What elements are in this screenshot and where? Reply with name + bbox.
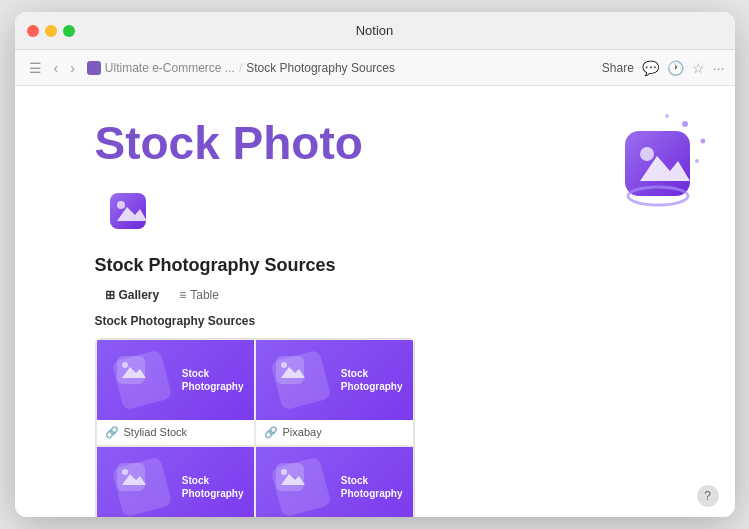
maximize-button[interactable] [63,25,75,37]
breadcrumb-page[interactable]: Stock Photography Sources [246,61,395,75]
card-2-footer: 🔗 Pixabay [256,420,413,445]
svg-point-2 [665,114,669,118]
star-icon[interactable]: ☆ [692,60,705,76]
database-title: Stock Photography Sources [95,255,675,276]
card-2-text-overlay: StockPhotography [341,367,403,393]
card-1-footer: 🔗 Styliad Stock [97,420,254,445]
help-button[interactable]: ? [697,485,719,507]
window-title: Notion [356,23,394,38]
main-content: Stock Photo Stock Photography Sourc [15,86,735,517]
card-4-title: StockPhotography [341,475,403,499]
tab-gallery[interactable]: ⊞ Gallery [95,284,170,306]
card-2-image: StockPhotography [256,340,413,420]
card-1-title: StockPhotography [182,368,244,392]
svg-point-0 [682,121,688,127]
card-1-text-overlay: StockPhotography [182,367,244,393]
share-button[interactable]: Share [602,61,634,75]
gallery-tab-icon: ⊞ [105,288,115,302]
svg-point-3 [695,159,699,163]
tab-table[interactable]: ≡ Table [169,284,229,306]
gallery-card-1[interactable]: StockPhotography 🔗 Styliad Stock [96,339,255,446]
card-2-source: Pixabay [283,426,322,438]
hero-3d-icon [595,106,705,216]
database-tabs: ⊞ Gallery ≡ Table [95,284,675,306]
card-1-source: Styliad Stock [124,426,188,438]
card-4-image: StockPhotography [256,447,413,517]
card-1-link-icon: 🔗 [105,426,119,439]
breadcrumb: Ultimate e-Commerce ... / Stock Photogra… [87,61,395,75]
comment-icon[interactable]: 💬 [642,60,659,76]
gallery-grid: StockPhotography 🔗 Styliad Stock [95,338,415,517]
close-button[interactable] [27,25,39,37]
breadcrumb-separator: / [239,61,242,75]
card-2-title: StockPhotography [341,368,403,392]
history-icon[interactable]: 🕐 [667,60,684,76]
minimize-button[interactable] [45,25,57,37]
back-icon[interactable]: ‹ [50,58,63,78]
breadcrumb-workspace[interactable]: Ultimate e-Commerce ... [105,61,235,75]
table-tab-icon: ≡ [179,288,186,302]
svg-point-10 [117,201,125,209]
card-4-text-overlay: StockPhotography [341,474,403,500]
more-icon[interactable]: ··· [713,60,725,76]
svg-point-13 [122,362,128,368]
card-3-title: StockPhotography [182,475,244,499]
forward-icon[interactable]: › [66,58,79,78]
svg-point-19 [122,469,128,475]
gallery-card-3[interactable]: StockPhotography 🔗 Albumarium [96,446,255,517]
svg-point-1 [700,139,705,144]
traffic-lights [27,25,75,37]
gallery-card-4[interactable]: StockPhotography 🔗 FreeDigitalPhotos [255,446,414,517]
page-area: Stock Photo Stock Photography Sourc [15,86,735,517]
filter-bar: Stock Photography Sources [95,314,675,328]
app-window: Notion ☰ ‹ › Ultimate e-Commerce ... / S… [15,12,735,517]
svg-point-16 [281,362,287,368]
hero-small-icon [105,185,155,235]
svg-point-6 [640,147,654,161]
sidebar-toggle-icon[interactable]: ☰ [25,58,46,78]
nav-right-controls: Share 💬 🕐 ☆ ··· [602,60,725,76]
navbar: ☰ ‹ › Ultimate e-Commerce ... / Stock Ph… [15,50,735,86]
page-hero-title: Stock Photo [95,118,675,169]
workspace-icon [87,61,101,75]
gallery-card-2[interactable]: StockPhotography 🔗 Pixabay [255,339,414,446]
card-3-image: StockPhotography [97,447,254,517]
tab-table-label: Table [190,288,219,302]
titlebar: Notion [15,12,735,50]
card-1-image: StockPhotography [97,340,254,420]
card-3-text-overlay: StockPhotography [182,474,244,500]
tab-gallery-label: Gallery [119,288,160,302]
svg-point-22 [281,469,287,475]
card-2-link-icon: 🔗 [264,426,278,439]
nav-controls: ☰ ‹ › [25,58,79,78]
